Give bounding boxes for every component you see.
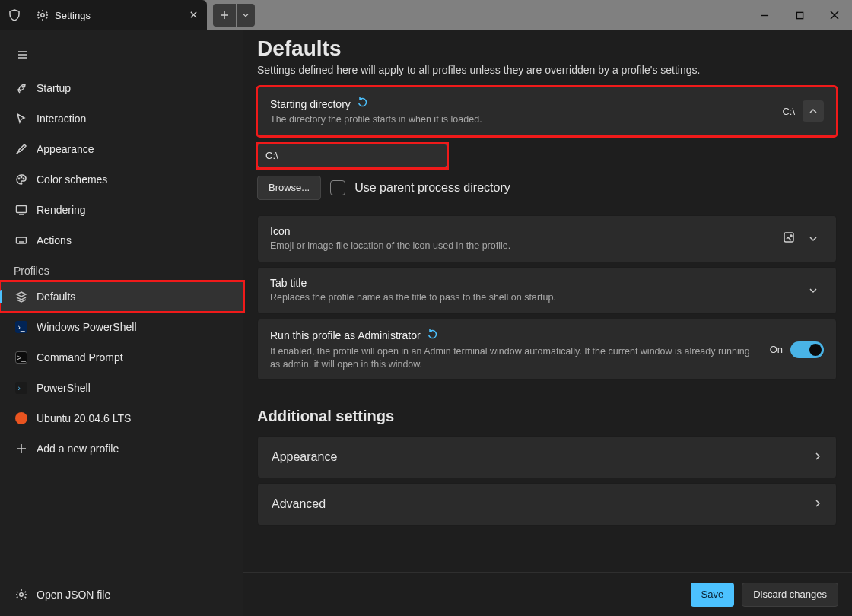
chevron-down-icon[interactable] <box>803 280 824 301</box>
newtab-button[interactable] <box>213 4 236 27</box>
layers-icon <box>15 291 37 303</box>
powershell-icon: ›_ <box>15 321 37 333</box>
cursor-icon <box>15 113 37 125</box>
sidebar-item-windows-powershell[interactable]: ›_ Windows PowerShell <box>0 312 243 342</box>
rocket-icon <box>15 82 37 94</box>
svg-point-5 <box>23 178 24 179</box>
sidebar-item-label: Interaction <box>37 113 86 125</box>
setting-title: Run this profile as Administrator <box>270 329 421 341</box>
newtab-controls <box>207 0 255 30</box>
starting-directory-panel: Browse... Use parent process directory <box>257 144 837 205</box>
window-maximize-button[interactable] <box>782 0 817 30</box>
toggle-state-label: On <box>770 344 783 355</box>
setting-description: The directory the profile starts in when… <box>270 113 757 126</box>
window-minimize-button[interactable] <box>747 0 782 30</box>
palette-icon <box>15 173 37 186</box>
reset-icon[interactable] <box>357 97 369 111</box>
newtab-dropdown[interactable] <box>237 4 255 27</box>
svg-point-8 <box>20 593 23 596</box>
sidebar-item-powershell[interactable]: ›_ PowerShell <box>0 373 243 403</box>
use-parent-label: Use parent process directory <box>354 181 510 195</box>
setting-description: Replaces the profile name as the title t… <box>270 291 757 304</box>
brush-icon <box>15 143 37 155</box>
sidebar-item-interaction[interactable]: Interaction <box>0 103 243 134</box>
svg-point-2 <box>22 86 24 87</box>
window-titlebar: Settings <box>0 0 852 30</box>
svg-rect-6 <box>17 206 27 213</box>
browse-button[interactable]: Browse... <box>257 176 321 200</box>
footer-actions: Save Discard changes <box>243 572 852 616</box>
setting-tab-title[interactable]: Tab title Replaces the profile name as t… <box>257 267 837 314</box>
keyboard-icon <box>15 234 37 246</box>
chevron-right-icon <box>813 497 822 511</box>
setting-title: Tab title <box>270 277 307 289</box>
sidebar-item-color-schemes[interactable]: Color schemes <box>0 164 243 195</box>
sidebar-item-label: Color schemes <box>37 173 107 186</box>
sidebar-item-actions[interactable]: Actions <box>0 225 243 256</box>
admin-toggle[interactable] <box>790 341 824 358</box>
sidebar-item-label: Open JSON file <box>37 589 110 601</box>
sidebar-item-appearance[interactable]: Appearance <box>0 134 243 164</box>
sidebar-item-add-profile[interactable]: Add a new profile <box>0 433 243 464</box>
cmd-icon: >_ <box>15 351 37 364</box>
sidebar: Startup Interaction Appearance Color sch… <box>0 30 243 616</box>
sidebar-item-open-json[interactable]: Open JSON file <box>0 579 243 610</box>
pwsh-icon: ›_ <box>15 382 37 394</box>
sidebar-item-startup[interactable]: Startup <box>0 73 243 103</box>
setting-starting-directory[interactable]: Starting directory The directory the pro… <box>257 87 837 136</box>
setting-title: Icon <box>270 225 290 237</box>
setting-summary-value: C:\ <box>782 106 795 117</box>
sidebar-item-label: Windows PowerShell <box>37 321 137 333</box>
window-close-button[interactable] <box>817 0 852 30</box>
setting-icon[interactable]: Icon Emoji or image file location of the… <box>257 215 837 262</box>
setting-run-as-admin[interactable]: Run this profile as Administrator If ena… <box>257 319 837 381</box>
svg-point-4 <box>21 176 21 177</box>
sidebar-item-ubuntu[interactable]: Ubuntu 20.04.6 LTS <box>0 403 243 433</box>
sidebar-item-defaults[interactable]: Defaults <box>0 281 243 312</box>
sidebar-item-command-prompt[interactable]: >_ Command Prompt <box>0 342 243 373</box>
sidebar-profiles-header: Profiles <box>0 256 243 281</box>
sidebar-item-label: Command Prompt <box>37 351 123 364</box>
icon-preview-icon <box>783 231 795 246</box>
tab-settings[interactable]: Settings <box>29 0 207 30</box>
setting-description: If enabled, the profile will open in an … <box>270 345 757 371</box>
setting-title: Starting directory <box>270 98 351 110</box>
nav-appearance[interactable]: Appearance <box>257 436 837 478</box>
page-description: Settings defined here will apply to all … <box>257 64 837 76</box>
ubuntu-icon <box>15 412 37 424</box>
sidebar-item-rendering[interactable]: Rendering <box>0 195 243 225</box>
svg-point-0 <box>41 14 44 17</box>
nav-label: Appearance <box>272 450 337 464</box>
svg-point-3 <box>18 178 19 179</box>
chevron-down-icon[interactable] <box>803 228 824 249</box>
setting-description: Emoji or image file location of the icon… <box>270 240 757 252</box>
discard-button[interactable]: Discard changes <box>742 583 838 607</box>
window-controls <box>747 0 852 30</box>
tab-close-icon[interactable] <box>189 9 198 21</box>
gear-icon <box>15 589 37 601</box>
plus-icon <box>15 443 37 455</box>
monitor-icon <box>15 204 37 216</box>
sidebar-item-label: Appearance <box>37 143 94 155</box>
save-button[interactable]: Save <box>691 583 735 607</box>
page-title: Defaults <box>257 37 837 61</box>
sidebar-item-label: Add a new profile <box>37 443 119 455</box>
chevron-up-icon[interactable] <box>803 100 824 122</box>
tab-label: Settings <box>55 10 91 21</box>
use-parent-checkbox[interactable] <box>330 180 345 195</box>
reset-icon[interactable] <box>427 329 439 343</box>
sidebar-item-label: Ubuntu 20.04.6 LTS <box>37 412 131 424</box>
sidebar-item-label: PowerShell <box>37 382 91 394</box>
nav-advanced[interactable]: Advanced <box>257 483 837 526</box>
additional-settings-header: Additional settings <box>257 408 837 425</box>
sidebar-item-label: Actions <box>37 234 72 246</box>
nav-label: Advanced <box>272 497 326 511</box>
svg-rect-7 <box>17 237 27 243</box>
sidebar-item-label: Rendering <box>37 204 86 216</box>
sidebar-item-label: Defaults <box>37 291 75 303</box>
sidebar-item-label: Startup <box>37 82 71 94</box>
hamburger-button[interactable] <box>8 40 38 70</box>
svg-rect-1 <box>796 12 803 18</box>
chevron-right-icon <box>813 450 822 464</box>
starting-directory-input[interactable] <box>257 144 447 168</box>
